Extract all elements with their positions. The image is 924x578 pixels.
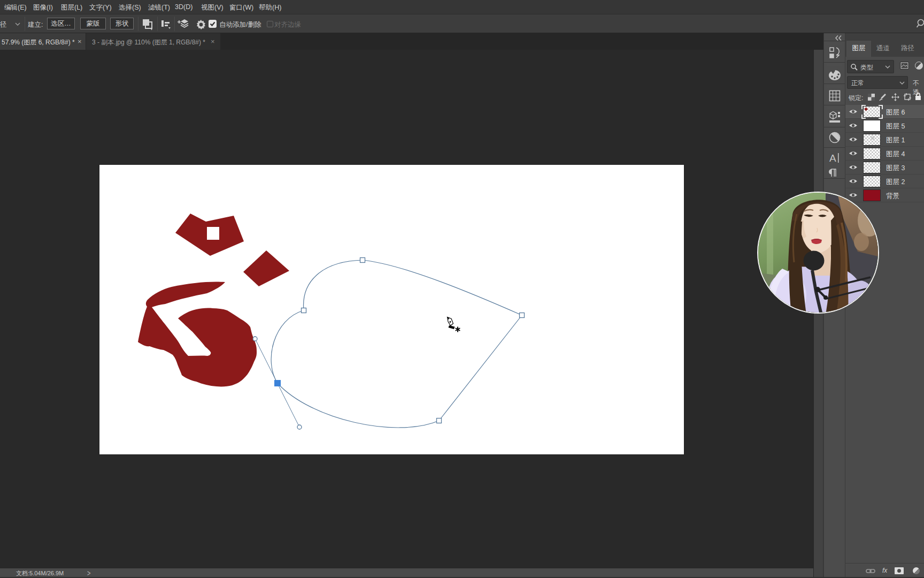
svg-text:A: A: [829, 153, 836, 164]
